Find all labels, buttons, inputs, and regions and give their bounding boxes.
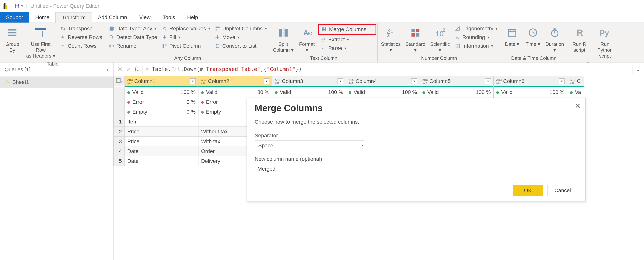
queries-pane: Queries [1] ‹ ⚠ Sheet1 bbox=[0, 63, 114, 260]
column-header[interactable]: ABC123Column6▾ bbox=[494, 76, 568, 86]
extract-icon: ABC123 bbox=[320, 36, 327, 43]
column-header[interactable]: ABC123Column2▾ bbox=[198, 76, 272, 86]
standard-button[interactable]: Standard ▾ bbox=[404, 24, 427, 54]
fx-icon[interactable]: fx bbox=[135, 65, 139, 74]
fill-button[interactable]: Fill▾ bbox=[160, 33, 211, 41]
move-button[interactable]: Move▾ bbox=[213, 33, 268, 41]
separator-select[interactable]: Space bbox=[255, 140, 364, 150]
unpivot-button[interactable]: Unpivot Columns▾ bbox=[213, 25, 268, 33]
column-header[interactable]: ABC123Column5▾ bbox=[420, 76, 494, 86]
unpivot-icon bbox=[214, 25, 221, 32]
svg-text:Py: Py bbox=[600, 29, 609, 37]
replace-values-button[interactable]: 12Replace Values▾ bbox=[160, 25, 211, 33]
svg-point-57 bbox=[551, 30, 558, 37]
ok-button[interactable]: OK bbox=[513, 185, 543, 196]
tab-view[interactable]: View bbox=[133, 12, 157, 23]
dialog-title: Merge Columns bbox=[255, 103, 578, 113]
duration-button[interactable]: Duration ▾ bbox=[544, 24, 565, 54]
data-type-button[interactable]: Data Type: Any▾ bbox=[107, 25, 158, 33]
tab-add-column[interactable]: Add Column bbox=[92, 12, 133, 23]
svg-rect-8 bbox=[35, 28, 46, 30]
tab-tools[interactable]: Tools bbox=[157, 12, 181, 23]
rounding-button[interactable]: .00Rounding▾ bbox=[453, 33, 499, 41]
trig-button[interactable]: Trigonometry▾ bbox=[453, 25, 499, 33]
tab-file[interactable]: Soubor bbox=[0, 12, 29, 23]
filter-icon[interactable]: ▾ bbox=[485, 78, 491, 84]
type-icon: ABC123 bbox=[422, 79, 428, 84]
pivot-icon bbox=[162, 43, 168, 49]
query-item[interactable]: ⚠ Sheet1 bbox=[0, 77, 113, 88]
rename-button[interactable]: Rename bbox=[107, 42, 158, 50]
extract-button[interactable]: ABC123Extract▾ bbox=[319, 36, 376, 44]
rename-icon bbox=[108, 43, 115, 49]
pivot-button[interactable]: Pivot Column bbox=[160, 42, 211, 50]
commit-formula-icon[interactable]: ✓ bbox=[126, 66, 131, 73]
count-rows-button[interactable]: ΣCount Rows bbox=[59, 42, 103, 50]
svg-rect-44 bbox=[416, 29, 420, 32]
new-column-input[interactable] bbox=[255, 164, 364, 174]
svg-rect-17 bbox=[110, 45, 114, 47]
svg-line-16 bbox=[112, 38, 114, 39]
group-by-button[interactable]: Group By bbox=[2, 24, 23, 54]
filter-icon[interactable]: ▾ bbox=[190, 78, 196, 84]
time-button[interactable]: Time ▾ bbox=[524, 24, 542, 48]
scientific-button[interactable]: 102 Scientific ▾ bbox=[429, 24, 452, 54]
svg-rect-3 bbox=[16, 4, 18, 6]
filter-icon[interactable]: ▾ bbox=[338, 78, 343, 84]
close-icon[interactable]: ✕ bbox=[575, 102, 581, 110]
tab-home[interactable]: Home bbox=[29, 12, 56, 23]
svg-rect-25 bbox=[216, 44, 217, 45]
filter-icon[interactable]: ▾ bbox=[264, 78, 270, 84]
svg-rect-9 bbox=[35, 31, 46, 37]
run-py-button[interactable]: Py Run Python script bbox=[592, 24, 618, 60]
tab-help[interactable]: Help bbox=[181, 12, 204, 23]
main-area: ✕ ✓ fx = Table.FillDown(#"Transposed Tab… bbox=[114, 63, 644, 260]
app-icon bbox=[2, 3, 8, 10]
r-icon: R bbox=[574, 25, 584, 40]
expand-formula-icon[interactable]: ⌄ bbox=[636, 66, 640, 72]
filter-icon[interactable]: ▾ bbox=[559, 78, 564, 84]
merge-columns-button[interactable]: Merge Columns bbox=[318, 24, 376, 35]
svg-rect-0 bbox=[3, 4, 4, 9]
svg-text:R: R bbox=[577, 28, 583, 38]
group-label: Date & Time Column bbox=[503, 55, 565, 62]
formula-bar: ✕ ✓ fx = Table.FillDown(#"Transposed Tab… bbox=[114, 63, 644, 76]
svg-rect-21 bbox=[162, 44, 164, 48]
convert-to-list-button[interactable]: Convert to List bbox=[213, 42, 268, 50]
ribbon-group-text-column: Split Column ▾ ABC Format ▾ Merge Column… bbox=[270, 23, 378, 62]
run-r-button[interactable]: R Run R script bbox=[569, 24, 590, 54]
use-first-row-button[interactable]: Use First Row as Headers ▾ bbox=[24, 24, 57, 60]
format-button[interactable]: ABC Format ▾ bbox=[296, 24, 317, 54]
parse-button[interactable]: abcParse▾ bbox=[319, 44, 376, 52]
date-button[interactable]: Date ▾ bbox=[503, 24, 522, 48]
svg-rect-26 bbox=[216, 46, 217, 47]
column-header[interactable]: ABC123C bbox=[568, 76, 584, 86]
column-header[interactable]: ABC123Column1▾ bbox=[125, 76, 198, 86]
clock-icon bbox=[528, 25, 538, 40]
save-icon[interactable] bbox=[14, 3, 20, 9]
data-grid: ▾ ABC123Column1▾ ABC123Column2▾ ABC123Co… bbox=[114, 76, 644, 260]
ribbon-group-table: Group By Use First Row as Headers ▾ Tran… bbox=[0, 23, 106, 62]
reverse-rows-button[interactable]: Reverse Rows bbox=[59, 33, 103, 41]
statistics-button[interactable]: X̄σΣ Statistics ▾ bbox=[380, 24, 402, 54]
split-column-button[interactable]: Split Column ▾ bbox=[272, 24, 294, 54]
collapse-icon[interactable]: ‹ bbox=[106, 66, 109, 74]
svg-rect-36 bbox=[322, 28, 324, 32]
corner-cell[interactable]: ▾ bbox=[114, 76, 125, 86]
filter-icon[interactable]: ▾ bbox=[411, 78, 417, 84]
information-button[interactable]: iInformation▾ bbox=[453, 42, 499, 50]
group-label: Number Column bbox=[380, 55, 499, 62]
cancel-formula-icon[interactable]: ✕ bbox=[117, 66, 122, 73]
tab-transform[interactable]: Transform bbox=[56, 12, 92, 23]
column-header[interactable]: ABC123Column3▾ bbox=[272, 76, 346, 86]
transpose-button[interactable]: Transpose bbox=[59, 25, 103, 33]
cancel-button[interactable]: Cancel bbox=[548, 185, 578, 196]
detect-type-button[interactable]: Detect Data Type bbox=[107, 33, 158, 41]
svg-rect-32 bbox=[284, 29, 288, 37]
group-label: Text Column bbox=[272, 55, 376, 62]
column-header[interactable]: ABC123Column4▾ bbox=[346, 76, 420, 86]
qat-dropdown-icon[interactable]: ▾ bbox=[21, 4, 23, 9]
svg-text:123: 123 bbox=[321, 40, 324, 42]
formula-input[interactable]: = Table.FillDown(#"Transposed Table",{"C… bbox=[142, 65, 632, 74]
queries-header: Queries [1] bbox=[4, 67, 30, 73]
